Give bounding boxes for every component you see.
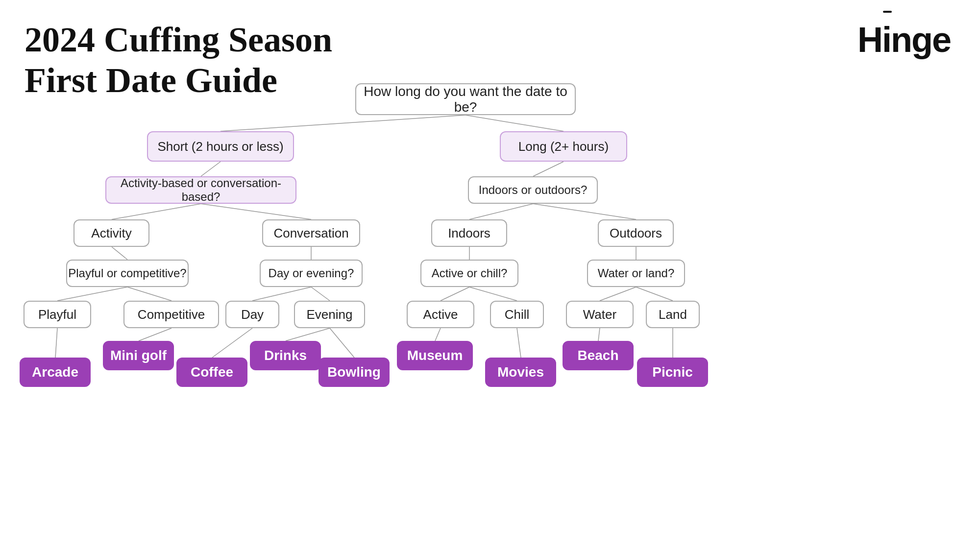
page-title: 2024 Cuffing Season First Date Guide [24,20,332,101]
svg-line-22 [212,328,252,358]
competitive-node: Competitive [123,301,219,328]
svg-line-23 [286,328,330,341]
long-node: Long (2+ hours) [500,131,627,162]
day-node: Day [225,301,279,328]
svg-line-6 [469,204,533,219]
svg-line-15 [311,287,330,301]
indoors-node: Indoors [431,219,507,247]
svg-line-25 [435,328,441,341]
picnic-node: Picnic [637,358,708,387]
svg-line-27 [598,328,600,341]
svg-line-2 [201,162,220,176]
active-chill-node: Active or chill? [420,260,518,287]
svg-line-5 [201,204,311,219]
land-node: Land [646,301,700,328]
svg-line-19 [636,287,673,301]
root-node: How long do you want the date to be? [355,83,576,115]
svg-line-7 [533,204,636,219]
active-node: Active [407,301,474,328]
svg-line-18 [600,287,636,301]
bowling-node: Bowling [318,358,390,387]
svg-line-4 [112,204,201,219]
beach-node: Beach [563,341,634,370]
svg-line-26 [517,328,521,358]
coffee-node: Coffee [176,358,247,387]
svg-line-17 [469,287,517,301]
mini-golf-node: Mini golf [103,341,174,370]
svg-line-13 [127,287,172,301]
museum-node: Museum [397,341,473,370]
activity-node: Activity [74,219,149,247]
playful-comp-node: Playful or competitive? [66,260,189,287]
short-node: Short (2 hours or less) [147,131,294,162]
svg-line-16 [441,287,469,301]
svg-line-12 [57,287,127,301]
playful-node: Playful [24,301,91,328]
conversation-node: Conversation [262,219,360,247]
drinks-node: Drinks [250,341,321,370]
hinge-logo: Hinge [858,20,951,60]
svg-line-0 [220,115,466,131]
water-land-node: Water or land? [587,260,685,287]
activity-conv-node: Activity-based or conversation-based? [105,176,296,204]
day-eve-node: Day or evening? [260,260,363,287]
movies-node: Movies [485,358,556,387]
water-node: Water [566,301,634,328]
page: 2024 Cuffing Season First Date Guide Hin… [0,0,980,551]
arcade-node: Arcade [20,358,91,387]
indoors-out-node: Indoors or outdoors? [468,176,598,204]
svg-line-1 [466,115,564,131]
outdoors-node: Outdoors [598,219,674,247]
svg-line-14 [252,287,311,301]
svg-line-21 [139,328,172,341]
svg-line-8 [112,247,127,260]
svg-line-24 [330,328,354,358]
evening-node: Evening [294,301,365,328]
svg-line-3 [533,162,564,176]
chill-node: Chill [490,301,544,328]
svg-line-20 [55,328,57,358]
